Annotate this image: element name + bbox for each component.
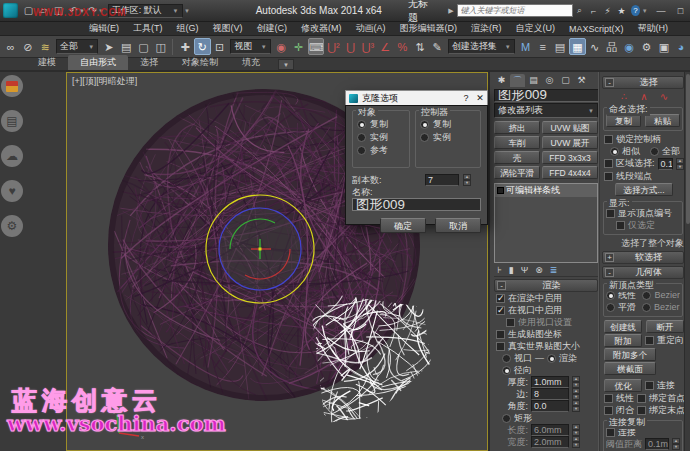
display-tab[interactable]: ▢ — [558, 74, 573, 87]
real-world-map-size-checkbox[interactable] — [496, 342, 505, 351]
align-icon[interactable]: ≡ — [535, 38, 551, 55]
sides-spinner[interactable]: 8 — [531, 388, 569, 400]
linear-checkbox[interactable] — [604, 394, 613, 403]
toolbar-options-icon[interactable]: ▼ — [181, 3, 194, 19]
max-app-logo[interactable] — [3, 3, 18, 18]
menu-item[interactable]: 创建(C) — [250, 22, 295, 35]
cross-section-button[interactable]: 横截面 — [604, 362, 656, 375]
alike-radio[interactable] — [610, 147, 619, 156]
show-vertex-numbers-checkbox[interactable] — [606, 209, 615, 218]
document-icon[interactable]: ▤ — [1, 110, 23, 132]
copies-spinner[interactable]: 7 — [425, 174, 459, 186]
window-crossing-icon[interactable]: ◫ — [153, 38, 169, 55]
object-name-input[interactable] — [494, 89, 598, 102]
modifier-list-dropdown[interactable]: 修改器列表▼ — [494, 103, 598, 118]
segment-subobject-icon[interactable]: ∧ — [637, 91, 651, 102]
dialog-title-bar[interactable]: 克隆选项 ? ✕ — [345, 90, 488, 105]
bind-to-spacewarp-icon[interactable]: ≋ — [37, 38, 53, 55]
width-spinner[interactable]: 2.0mm — [531, 436, 569, 448]
help-dropdown-icon[interactable]: ▼ — [638, 3, 651, 19]
infocenter-expand-icon[interactable]: ▶ — [448, 7, 453, 15]
menu-item[interactable]: 视图(V) — [206, 22, 250, 35]
soft-selection-rollout-header[interactable]: + 软选择 — [602, 251, 684, 264]
shell-button[interactable]: 壳 — [494, 151, 540, 164]
radio-ctrl-instance[interactable] — [420, 133, 429, 142]
all-radio[interactable] — [650, 147, 659, 156]
uvw-map-button[interactable]: UVW 贴图 — [542, 121, 598, 134]
connect-checkbox[interactable] — [645, 381, 654, 390]
key-icon[interactable]: ⌐ — [587, 6, 601, 16]
modify-tab[interactable]: ⌒ — [510, 74, 525, 87]
select-rotate-icon[interactable]: ↻ — [194, 38, 210, 55]
cancel-button[interactable]: 取消 — [435, 218, 481, 233]
minimize-button[interactable]: — — [651, 6, 670, 16]
enable-in-renderer-checkbox[interactable] — [496, 294, 505, 303]
generate-mapping-coords-checkbox[interactable] — [496, 330, 505, 339]
search-input[interactable] — [457, 4, 573, 17]
layer-manager-icon[interactable]: ▤ — [552, 38, 568, 55]
select-move-icon[interactable]: ✚ — [177, 38, 193, 55]
menu-item[interactable]: 图形编辑器(D) — [393, 22, 465, 35]
reference-coordinate-dropdown[interactable]: 视图▼ — [230, 39, 270, 54]
use-viewport-settings-checkbox[interactable] — [506, 318, 515, 327]
keyboard-override-icon[interactable]: ⌨ — [308, 38, 324, 55]
clone-name-input[interactable] — [352, 198, 481, 211]
ribbon-tab-0[interactable]: 建模 — [26, 55, 68, 70]
rendering-rollout-header[interactable]: - 渲染 — [494, 279, 598, 292]
unlink-selection-icon[interactable]: ⊘ — [20, 38, 36, 55]
render-production-icon[interactable]: ◕ — [673, 38, 689, 55]
ffd-3x3x3-button[interactable]: FFD 3x3x3 — [542, 151, 598, 164]
radio-reference[interactable] — [357, 146, 366, 155]
select-scale-icon[interactable]: ⊡ — [212, 38, 228, 55]
menu-item[interactable]: 组(G) — [170, 22, 206, 35]
break-button[interactable]: 断开 — [646, 320, 684, 333]
bezier-corner-radio[interactable] — [642, 303, 651, 312]
ok-button[interactable]: 确定 — [380, 218, 426, 233]
box-app-icon[interactable] — [1, 75, 23, 97]
angle-snap-icon[interactable]: ∠ — [377, 38, 393, 55]
geometry-rollout-header[interactable]: - 几何体 — [602, 266, 684, 279]
search-icon[interactable]: ⌕ — [573, 5, 587, 16]
percent-snap-icon[interactable]: % — [394, 38, 410, 55]
selection-filter-dropdown[interactable]: 全部▼ — [56, 39, 98, 54]
mirror-icon[interactable]: M — [517, 38, 533, 55]
selected-only-checkbox[interactable] — [616, 221, 625, 230]
menu-item[interactable]: 自定义(U) — [509, 22, 563, 35]
heart-icon[interactable]: ♥ — [1, 180, 23, 202]
connect-copy-checkbox[interactable] — [606, 428, 615, 437]
snap-25d-icon[interactable]: ⋃ — [342, 38, 358, 55]
edit-named-selections-icon[interactable]: ✎ — [429, 38, 445, 55]
ribbon-tab-2[interactable]: 选择 — [128, 55, 170, 70]
segment-end-checkbox[interactable] — [604, 172, 613, 181]
selection-rollout-header[interactable]: - 选择 — [602, 76, 684, 89]
rectangular-radio[interactable] — [502, 414, 511, 423]
menu-item[interactable]: 渲染(R) — [464, 22, 509, 35]
bind-first-checkbox[interactable] — [637, 394, 646, 403]
vertex-subobject-icon[interactable]: ∴ — [617, 91, 631, 102]
rect-selection-region-icon[interactable]: ▢ — [135, 38, 151, 55]
menu-item[interactable]: 修改器(M) — [294, 22, 349, 35]
enable-in-viewport-checkbox[interactable] — [496, 306, 505, 315]
ffd-4x4x4-button[interactable]: FFD 4x4x4 — [542, 166, 598, 179]
radial-radio[interactable] — [502, 366, 511, 375]
menu-item[interactable]: 编辑(E) — [82, 22, 126, 35]
viewport-label[interactable]: [+][顶][明暗处理] — [72, 75, 137, 88]
threshold-spinner[interactable]: 0.1mm — [645, 438, 669, 450]
rendered-frame-icon[interactable]: ▣ — [656, 38, 672, 55]
ribbon-tab-1[interactable]: 自由形式 — [68, 55, 128, 70]
create-tab[interactable]: ✱ — [494, 74, 509, 87]
extrude-button[interactable]: 挤出 — [494, 121, 540, 134]
lock-handles-checkbox[interactable] — [604, 135, 613, 144]
cloud-icon[interactable]: ☁ — [1, 145, 23, 167]
spline-subobject-icon[interactable]: ∿ — [657, 91, 671, 102]
gear-icon[interactable]: ⚙ — [1, 215, 23, 237]
thickness-spinner[interactable]: 1.0mm — [531, 376, 569, 388]
attach-multiple-button[interactable]: 附加多个 — [604, 348, 656, 361]
attach-button[interactable]: 附加 — [604, 334, 642, 347]
ribbon-tab-4[interactable]: 填充 — [230, 55, 272, 70]
snap-3d-icon[interactable]: ⋃³ — [360, 38, 376, 55]
menu-item[interactable]: 工具(T) — [126, 22, 170, 35]
remove-modifier-icon[interactable]: ⊗ — [535, 265, 543, 275]
favorites-star-icon[interactable]: ★ — [615, 6, 629, 16]
ribbon-minimize-icon[interactable]: ▼ — [278, 59, 294, 70]
